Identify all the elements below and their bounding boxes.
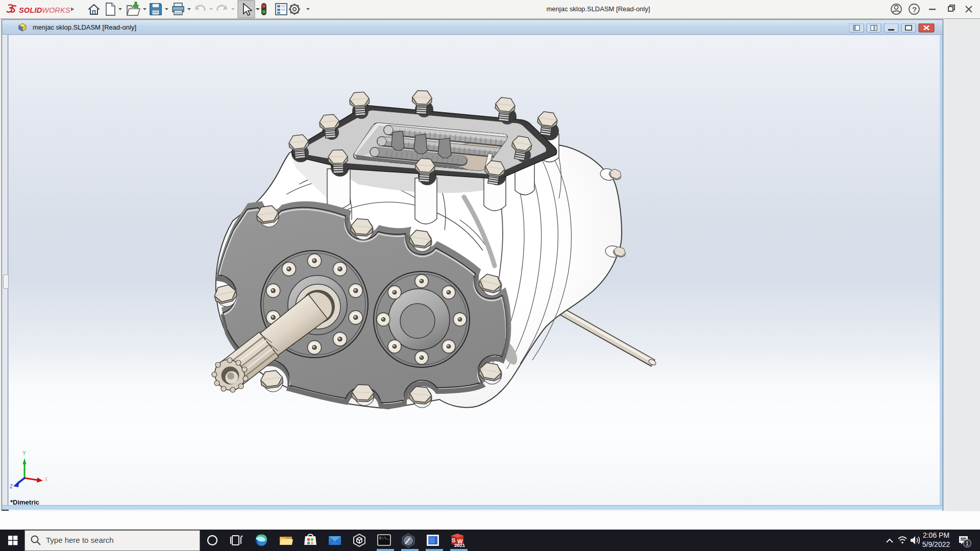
- svg-text:WORKS: WORKS: [42, 6, 70, 14]
- svg-text:1: 1: [966, 540, 969, 546]
- svg-text:SOLID: SOLID: [19, 6, 42, 14]
- svg-text:?: ?: [912, 5, 917, 14]
- svg-text:5/9/2022: 5/9/2022: [922, 540, 950, 548]
- svg-text:2021: 2021: [454, 542, 465, 548]
- svg-text:2:06 PM: 2:06 PM: [923, 531, 949, 539]
- svg-text:Y: Y: [22, 450, 26, 456]
- svg-text:*Dimetric: *Dimetric: [10, 498, 39, 506]
- svg-text:Z: Z: [10, 484, 13, 489]
- svg-text:X: X: [44, 477, 48, 482]
- svg-text:C:\_: C:\_: [379, 536, 389, 540]
